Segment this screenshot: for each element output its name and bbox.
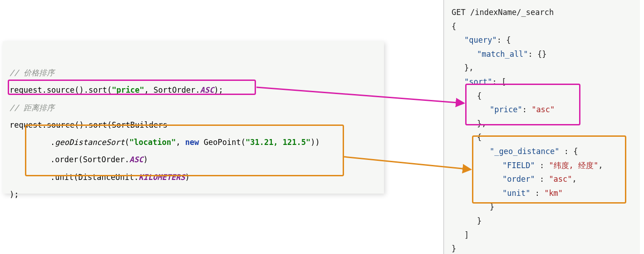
json-order-line: "order" : "asc", bbox=[452, 172, 640, 186]
panel-divider bbox=[443, 0, 444, 254]
json-sort-key: "sort": [ bbox=[452, 75, 640, 89]
json-sort-obj-close-1: }, bbox=[452, 117, 640, 131]
json-field-line: "FIELD" : "纬度, 经度", bbox=[452, 159, 640, 173]
comment-distance-sort: // 距离排序 bbox=[10, 99, 377, 116]
json-query-key: "query": { bbox=[452, 33, 640, 47]
java-line-price-sort: request.source().sort("price", SortOrder… bbox=[10, 81, 377, 99]
json-sort-obj-open-2: { bbox=[452, 130, 640, 144]
json-geodistance-key: "_geo_distance" : { bbox=[452, 144, 640, 159]
json-sort-obj-open-1: { bbox=[452, 89, 640, 103]
json-request-line: GET /indexName/_search bbox=[452, 5, 640, 20]
json-unit-line: "unit" : "km" bbox=[452, 186, 640, 200]
json-query-close: }, bbox=[452, 61, 640, 75]
java-line-sortbuilders: request.source().sort(SortBuilders bbox=[10, 116, 377, 134]
java-line-order: .order(SortOrder.ASC) bbox=[10, 151, 377, 168]
json-matchall: "match_all": {} bbox=[452, 47, 640, 61]
json-code-panel: GET /indexName/_search { "query": { "mat… bbox=[445, 0, 640, 254]
java-line-geodistance: .geoDistanceSort("location", new GeoPoin… bbox=[10, 134, 377, 151]
comment-price-sort: // 价格排序 bbox=[10, 64, 377, 81]
json-open-brace: { bbox=[452, 20, 640, 34]
json-root-close: } bbox=[452, 242, 640, 254]
json-sort-obj-close-2: } bbox=[452, 214, 640, 228]
json-price-asc: "price": "asc" bbox=[452, 103, 640, 117]
java-line-unit: .unit(DistanceUnit.KILOMETERS) bbox=[10, 169, 377, 186]
java-line-close: ); bbox=[10, 186, 377, 203]
json-geo-close: } bbox=[452, 200, 640, 214]
json-sort-array-close: ] bbox=[452, 228, 640, 242]
java-code-panel: // 价格排序 request.source().sort("price", S… bbox=[3, 41, 384, 194]
